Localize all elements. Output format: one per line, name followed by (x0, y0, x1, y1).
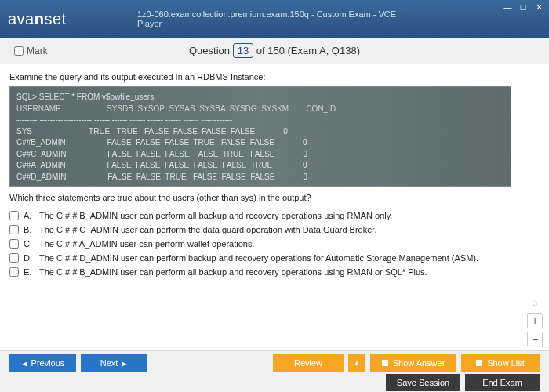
option-text: The C # # D_ADMIN user can perform backu… (39, 253, 478, 263)
save-session-button[interactable]: Save Session (386, 374, 460, 391)
option-e[interactable]: E.The C # # B_ADMIN user can perform all… (9, 265, 540, 279)
sql-row: SYS TRUE TRUE FALSE FALSE FALSE FALSE 0 (16, 127, 288, 136)
zoom-in-button[interactable]: + (527, 313, 543, 328)
mark-checkbox-group[interactable]: Mark (14, 45, 48, 56)
option-letter: E. (24, 267, 35, 277)
close-icon[interactable]: ✕ (533, 2, 544, 13)
option-checkbox[interactable] (9, 253, 19, 263)
sql-row: C##D_ADMIN FALSE FALSE TRUE FALSE FALSE … (16, 172, 307, 181)
previous-label: Previous (31, 358, 65, 368)
review-dropdown-button[interactable]: ▲ (348, 354, 365, 372)
option-letter: A. (24, 211, 35, 220)
question-indicator: Question 13 of 150 (Exam A, Q138) (189, 45, 360, 56)
mark-label: Mark (27, 45, 48, 56)
option-text: The C # # A_ADMIN user can perform walle… (39, 239, 255, 249)
option-checkbox[interactable] (9, 267, 19, 277)
review-button[interactable]: Review (273, 354, 344, 372)
content-area: Examine the query and its output execute… (0, 64, 549, 350)
app-logo: avanset (8, 10, 67, 28)
option-b[interactable]: B.The C # # C_ADMIN user can perform the… (9, 223, 540, 237)
titlebar: avanset 1z0-060.examcollection.premium.e… (0, 0, 549, 38)
window-title: 1z0-060.examcollection.premium.exam.150q… (137, 9, 412, 28)
sql-cmd: SQL> SELECT * FROM v$pwfile_users; (16, 93, 156, 101)
option-letter: B. (24, 225, 35, 234)
option-checkbox[interactable] (9, 225, 19, 234)
sql-row: C##A_ADMIN FALSE FALSE FALSE FALSE FALSE… (16, 161, 307, 169)
option-letter: D. (24, 253, 35, 263)
maximize-icon[interactable]: □ (518, 2, 529, 13)
question-total: of 150 (Exam A, Q138) (256, 45, 360, 56)
option-d[interactable]: D.The C # # D_ADMIN user can perform bac… (9, 251, 540, 265)
footer: Previous Next Review ▲ Show Answer Show … (0, 350, 549, 392)
review-label: Review (294, 358, 322, 368)
show-list-button[interactable]: Show List (461, 354, 540, 372)
zoom-reset-icon[interactable]: ⌕ (527, 294, 543, 310)
option-c[interactable]: C.The C # # A_ADMIN user can perform wal… (9, 237, 540, 251)
show-answer-label: Show Answer (393, 358, 445, 368)
option-text: The C # # B_ADMIN user can perform all b… (39, 211, 392, 220)
next-button[interactable]: Next (81, 354, 147, 372)
option-checkbox[interactable] (9, 239, 19, 249)
stop-icon (382, 360, 388, 366)
toolbar: Mark Question 13 of 150 (Exam A, Q138) (0, 38, 549, 64)
prompt-text-1: Examine the query and its output execute… (9, 72, 540, 82)
mark-checkbox[interactable] (14, 46, 24, 56)
show-list-label: Show List (487, 358, 525, 368)
question-number: 13 (233, 43, 253, 58)
sql-row: C##B_ADMIN FALSE FALSE FALSE TRUE FALSE … (16, 138, 307, 147)
zoom-controls: ⌕ + − (527, 294, 543, 347)
question-word: Question (189, 45, 230, 56)
window-controls: — □ ✕ (502, 2, 544, 13)
previous-button[interactable]: Previous (9, 354, 76, 372)
minimize-icon[interactable]: — (502, 2, 513, 13)
next-label: Next (100, 358, 118, 368)
zoom-out-button[interactable]: − (527, 332, 543, 347)
option-a[interactable]: A.The C # # B_ADMIN user can perform all… (9, 209, 540, 223)
prompt-text-2: Which three statements are true about th… (9, 193, 540, 202)
stop-icon (476, 360, 482, 366)
end-exam-button[interactable]: End Exam (465, 374, 540, 391)
sql-header: USERNAME SYSDB SYSOP SYSAS SYSBA SYSDG S… (16, 103, 504, 115)
option-letter: C. (24, 239, 35, 249)
sql-row: C##C_ADMIN FALSE FALSE FALSE FALSE TRUE … (16, 150, 307, 158)
options-group: A.The C # # B_ADMIN user can perform all… (9, 209, 540, 279)
option-text: The C # # B_ADMIN user can perform all b… (39, 267, 427, 277)
option-checkbox[interactable] (9, 211, 19, 220)
chevron-up-icon: ▲ (354, 359, 361, 367)
sql-rule: -------- -------------------- ------ ---… (16, 115, 232, 124)
option-text: The C # # C_ADMIN user can perform the d… (39, 225, 376, 234)
sql-output-image: SQL> SELECT * FROM v$pwfile_users; USERN… (9, 86, 511, 187)
show-answer-button[interactable]: Show Answer (370, 354, 456, 372)
